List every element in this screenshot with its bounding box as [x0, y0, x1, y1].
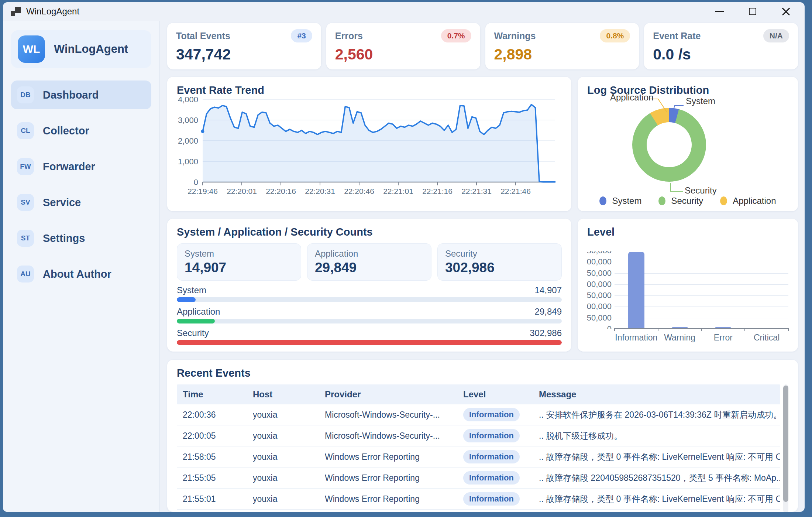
level-card: Level 350,000300,000250,000200,000150,00…: [578, 219, 798, 352]
donut-legend: SystemSecurityApplication: [578, 196, 798, 206]
table-header: TimeHostProviderLevelMessage: [177, 384, 780, 404]
count-bar-fill: [177, 319, 215, 323]
table-row[interactable]: 22:00:05youxiaMicrosoft-Windows-Security…: [177, 425, 780, 446]
stat-badge: N/A: [763, 29, 789, 42]
cell-host: youxia: [253, 494, 325, 504]
content: WL WinLogAgent DBDashboardCLCollectorFWF…: [3, 21, 805, 512]
sidebar-item-label: Settings: [43, 232, 85, 244]
count-card-label: System: [185, 249, 293, 259]
level-x-axis: InformationWarningErrorCritical: [615, 333, 788, 343]
svg-text:22:19:46: 22:19:46: [187, 187, 218, 195]
sidebar-item-service[interactable]: SVService: [11, 188, 151, 217]
close-button[interactable]: [769, 2, 802, 21]
level-y-tick: 350,000: [587, 251, 612, 256]
count-card-value: 29,849: [315, 260, 424, 275]
count-card-label: Application: [315, 249, 424, 259]
stat-label: Total Events: [176, 31, 230, 41]
app-window: WinLogAgent WL WinLogAgent DBDashboardCL…: [3, 2, 805, 512]
maximize-button[interactable]: [736, 2, 769, 21]
app-logo-card: WL WinLogAgent: [11, 30, 151, 68]
cell-level: Information: [463, 450, 539, 463]
sidebar-item-settings[interactable]: STSettings: [11, 224, 151, 253]
recent-events-title: Recent Events: [177, 367, 788, 379]
sidebar-item-label: Forwarder: [43, 161, 95, 173]
table-row[interactable]: 22:00:36youxiaMicrosoft-Windows-Security…: [177, 404, 780, 425]
close-icon: [781, 7, 791, 16]
stat-cards-row: Total Events#3347,742Errors0.7%2,560Warn…: [167, 23, 798, 69]
cell-time: 21:55:05: [183, 473, 253, 483]
count-card-system: System14,907: [177, 243, 301, 281]
svg-text:22:21:16: 22:21:16: [422, 187, 453, 195]
level-x-label-critical: Critical: [745, 333, 788, 343]
level-y-tick: 250,000: [587, 268, 612, 278]
level-bar-information: [628, 252, 644, 328]
stat-value: 2,560: [335, 46, 471, 63]
sidebar-item-forwarder[interactable]: FWForwarder: [11, 152, 151, 181]
app-name: WinLogAgent: [54, 42, 128, 56]
table-scrollbar-thumb[interactable]: [783, 386, 788, 502]
svg-text:22:21:46: 22:21:46: [500, 187, 531, 195]
cell-provider: Windows Error Reporting: [325, 494, 463, 504]
stat-badge: 0.7%: [441, 29, 471, 42]
count-bar-security: Security302,986: [177, 328, 562, 345]
svg-text:22:21:01: 22:21:01: [383, 187, 413, 195]
level-badge: Information: [463, 450, 520, 463]
sidebar-item-collector[interactable]: CLCollector: [11, 116, 151, 145]
donut-callout-security: Security: [685, 185, 717, 196]
minimize-button[interactable]: [703, 2, 736, 21]
count-bar-value: 302,986: [530, 328, 562, 338]
svg-text:22:20:01: 22:20:01: [227, 187, 257, 195]
legend-marker-application: [720, 196, 727, 205]
cell-message: .. 脱机下级迁移成功。: [539, 430, 780, 442]
level-y-tick: 0: [607, 324, 612, 329]
st-nav-icon: ST: [17, 230, 34, 247]
event-rate-trend-title: Event Rate Trend: [177, 84, 562, 96]
legend-label: Application: [733, 196, 776, 206]
count-card-application: Application29,849: [307, 243, 431, 281]
main-area: Total Events#3347,742Errors0.7%2,560Warn…: [160, 21, 805, 512]
table-row[interactable]: 21:58:05youxiaWindows Error ReportingInf…: [177, 446, 780, 468]
level-y-tick: 150,000: [587, 291, 612, 300]
level-badge: Information: [463, 408, 520, 421]
level-y-tick: 200,000: [587, 280, 612, 289]
stat-label: Event Rate: [653, 31, 701, 41]
count-bar-application: Application29,849: [177, 307, 562, 323]
column-header-level: Level: [463, 389, 539, 400]
count-bar-value: 14,907: [535, 285, 562, 295]
charts-row: Event Rate Trend 4,0003,0002,0001,000022…: [167, 77, 798, 211]
window-title: WinLogAgent: [26, 6, 79, 17]
count-bar-fill: [177, 340, 562, 345]
cell-host: youxia: [253, 410, 325, 420]
sidebar-item-about-author[interactable]: AUAbout Author: [11, 260, 151, 288]
svg-text:22:20:16: 22:20:16: [266, 187, 296, 195]
count-card-label: Security: [445, 249, 554, 259]
level-x-label-error: Error: [702, 333, 745, 343]
sidebar-item-dashboard[interactable]: DBDashboard: [11, 81, 151, 109]
table-row[interactable]: 21:55:05youxiaWindows Error ReportingInf…: [177, 468, 780, 489]
event-rate-trend-card: Event Rate Trend 4,0003,0002,0001,000022…: [167, 77, 571, 211]
cell-time: 21:55:01: [183, 494, 253, 504]
count-bar-value: 29,849: [535, 307, 562, 317]
level-x-label-warning: Warning: [658, 333, 702, 343]
desktop-frame: WinLogAgent WL WinLogAgent DBDashboardCL…: [0, 0, 812, 517]
count-card-value: 14,907: [185, 260, 293, 275]
legend-item-system: System: [599, 196, 641, 206]
stat-value: 347,742: [176, 46, 312, 63]
level-badge: Information: [463, 471, 520, 485]
stat-card-total-events: Total Events#3347,742: [167, 23, 321, 69]
level-y-tick: 100,000: [587, 302, 612, 311]
maximize-icon: [749, 8, 756, 15]
stat-card-errors: Errors0.7%2,560: [326, 23, 480, 69]
level-bar-slot: [615, 252, 658, 328]
recent-events-card: Recent Events TimeHostProviderLevelMessa…: [167, 360, 798, 512]
donut-callout-system: System: [686, 96, 715, 106]
table-scrollbar[interactable]: [783, 384, 788, 512]
minimize-icon: [715, 11, 724, 12]
sidebar-item-label: Collector: [43, 125, 89, 137]
level-title: Level: [587, 226, 788, 238]
window-controls: [703, 2, 802, 21]
stat-value: 2,898: [494, 46, 630, 63]
cell-message: .. 故障存储段 2204059852687351520，类型 5 事件名称: …: [539, 472, 780, 484]
table-row[interactable]: 21:55:01youxiaWindows Error ReportingInf…: [177, 489, 780, 510]
event-rate-trend-chart: 4,0003,0002,0001,000022:19:4622:20:0122:…: [177, 96, 562, 197]
